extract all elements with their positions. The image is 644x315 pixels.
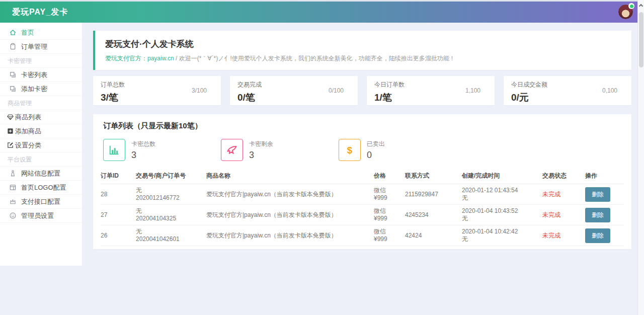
trade-no-cell-line1: 无 — [136, 187, 206, 194]
stat-card: 今日订单数1/笔1,100 — [367, 76, 495, 105]
sidebar-item-gem[interactable]: 商品列表 — [0, 110, 82, 124]
gem-icon — [7, 113, 14, 121]
plus-square-icon — [7, 127, 14, 135]
official-site-link[interactable]: payaiw.cn — [147, 55, 174, 62]
stat-card-sub-value: 0/100 — [329, 87, 344, 94]
price-cell: 微信¥999 — [374, 207, 405, 222]
time-cell-line1: 2020-01-04 10:42:42 — [462, 228, 542, 235]
stat-card-left: 交易完成0/笔 — [237, 81, 262, 101]
trade-no-cell-line2: 2020041042601 — [136, 235, 206, 243]
time-cell-line2: 无 — [462, 235, 542, 243]
sidebar-item-layers[interactable]: 卡密列表 — [0, 68, 82, 82]
online-status-badge — [628, 3, 634, 9]
trade-no-cell: 无2020041042601 — [136, 228, 206, 243]
action-cell: 删除 — [585, 187, 624, 202]
sidebar-item-label: 添加商品 — [15, 127, 41, 136]
mini-stat-label: 卡密总数 — [131, 140, 155, 148]
status-badge: 未完成 — [542, 211, 560, 218]
stat-cards-row: 订单总数3/笔3/100交易完成0/笔0/100今日订单数1/笔1,100今日成… — [93, 76, 631, 105]
mini-stat: 卡密剩余3 — [221, 139, 339, 161]
price-cell-line1: 微信 — [374, 187, 405, 194]
stat-card-sub-value: 0,100 — [602, 87, 617, 94]
status-badge: 未完成 — [542, 191, 560, 198]
stat-card-value: 0/笔 — [237, 91, 262, 104]
dollar-icon-box: $ — [339, 139, 361, 161]
sidebar-item-crown[interactable]: 支付接口配置 — [0, 195, 82, 209]
action-cell: 删除 — [585, 228, 624, 243]
page-scrollbar[interactable] — [637, 0, 644, 315]
sidebar-item-label: 设置分类 — [15, 141, 41, 150]
sidebar-item-smiley[interactable]: 管理员设置 — [0, 209, 82, 223]
sidebar-item-clipboard[interactable]: 订单管理 — [0, 40, 82, 54]
svg-text:$: $ — [347, 145, 353, 155]
time-cell-line2: 无 — [462, 215, 542, 222]
stat-card-left: 今日订单数1/笔 — [374, 81, 405, 101]
status-cell: 未完成 — [542, 211, 585, 219]
scroll-up-arrow-icon[interactable] — [639, 4, 643, 8]
stat-card-sub-value: 3/100 — [192, 87, 207, 94]
orders-table: 订单ID交易号/商户订单号商品名称价格联系方式创建/完成时间交易状态操作 28无… — [101, 168, 624, 246]
sidebar: 首页订单管理卡密管理卡密列表添加卡密商品管理商品列表添加商品设置分类平台设置网站… — [0, 23, 82, 266]
order-id-cell: 26 — [101, 232, 136, 239]
trade-no-cell-line2: 2020012146772 — [136, 194, 206, 202]
stat-card-sub-value: 1,100 — [465, 87, 480, 94]
sidebar-item-home[interactable]: 首页 — [0, 26, 82, 40]
layers-icon — [9, 71, 17, 78]
delete-button[interactable]: 删除 — [585, 187, 610, 202]
stat-card-left: 今日成交金额0/元 — [511, 81, 547, 101]
sidebar-item-person[interactable]: 网站信息配置 — [0, 167, 82, 181]
mini-stat: 卡密总数3 — [103, 139, 221, 161]
stat-card: 订单总数3/笔3/100 — [93, 76, 221, 105]
trade-no-cell-line2: 202004104325 — [136, 215, 206, 222]
delete-button[interactable]: 删除 — [585, 228, 610, 243]
status-cell: 未完成 — [542, 190, 585, 199]
edit-icon — [7, 141, 14, 149]
app-header: 爱玩PAY_发卡 — [0, 2, 637, 23]
orders-table-header: 订单ID交易号/商户订单号商品名称价格联系方式创建/完成时间交易状态操作 — [101, 168, 624, 184]
price-cell-line1: 微信 — [374, 207, 405, 215]
sidebar-item-layers[interactable]: 添加卡密 — [0, 82, 82, 96]
time-cell: 2020-01-12 01:43:54无 — [462, 187, 542, 202]
sidebar-item-label: 卡密列表 — [21, 70, 47, 80]
action-cell: 删除 — [585, 208, 624, 222]
official-prefix: 爱玩支付官方： — [105, 55, 147, 62]
trade-no-cell-line1: 无 — [136, 228, 206, 235]
table-row: 27无202004104325爱玩支付官方|payaiw.cn（当前发卡版本免费… — [101, 205, 624, 225]
layers-icon — [9, 85, 17, 93]
sidebar-item-plus-square[interactable]: 添加商品 — [0, 124, 82, 138]
scrollbar-thumb[interactable] — [639, 12, 643, 67]
column-header: 交易号/商户订单号 — [136, 172, 206, 180]
trade-no-cell-line1: 无 — [136, 207, 206, 215]
home-icon — [9, 29, 17, 36]
order-list-panel: 订单列表（只显示最新10笔） 卡密总数3卡密剩余3$已卖出0 订单ID交易号/商… — [93, 114, 631, 249]
price-cell-line1: 微信 — [374, 228, 405, 235]
user-avatar[interactable] — [618, 4, 633, 20]
time-cell-line1: 2020-01-04 10:43:52 — [462, 207, 542, 215]
send-icon-box — [221, 139, 243, 161]
stat-card: 交易完成0/笔0/100 — [230, 76, 358, 105]
send-icon — [226, 144, 238, 156]
table-row: 28无2020012146772爱玩支付官方|payaiw.cn（当前发卡版本免… — [101, 184, 624, 205]
column-header: 订单ID — [101, 172, 136, 180]
stat-card-left: 订单总数3/笔 — [101, 81, 125, 101]
stat-card: 今日成交金额0/元0,100 — [504, 76, 631, 105]
sidebar-item-layout[interactable]: 首页LOGO配置 — [0, 181, 82, 195]
price-cell-line2: ¥999 — [374, 235, 405, 243]
sidebar-item-edit[interactable]: 设置分类 — [0, 138, 82, 152]
online-dot-icon — [630, 5, 633, 8]
contact-cell: 2115929847 — [405, 191, 462, 198]
time-cell: 2020-01-04 10:43:52无 — [462, 207, 542, 222]
main-content: 爱玩支付·个人发卡系统 爱玩支付官方：payaiw.cn / 欢迎一(*｀∀´*… — [93, 23, 631, 249]
stat-card-label: 今日订单数 — [374, 81, 405, 89]
status-cell: 未完成 — [542, 231, 585, 240]
column-header: 价格 — [374, 172, 405, 180]
price-cell: 微信¥999 — [374, 187, 405, 202]
stat-card-label: 订单总数 — [101, 81, 125, 89]
sidebar-item-label: 管理员设置 — [21, 211, 54, 220]
order-id-cell: 27 — [101, 211, 136, 218]
delete-button[interactable]: 删除 — [585, 208, 610, 222]
smiley-icon — [9, 212, 17, 219]
mini-stat-value: 3 — [249, 150, 273, 161]
page-title: 爱玩支付·个人发卡系统 — [105, 38, 621, 50]
stat-card-value: 0/元 — [511, 91, 547, 104]
